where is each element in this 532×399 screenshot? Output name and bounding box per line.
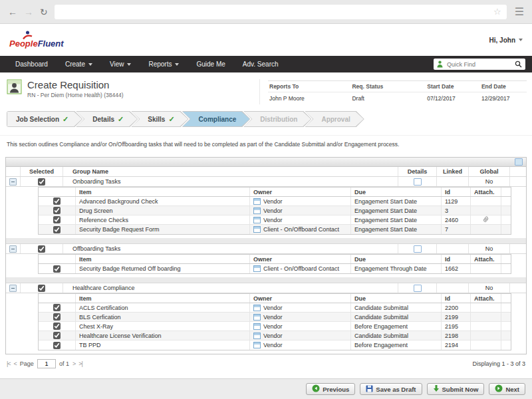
item-checkbox[interactable] xyxy=(53,216,61,223)
previous-button[interactable]: Previous xyxy=(306,383,355,395)
item-owner-cell: Client - On/Offboard Contact xyxy=(250,264,351,273)
first-page-button[interactable]: |< xyxy=(7,360,11,367)
item-trail-cell xyxy=(501,206,511,215)
step-compliance[interactable]: Compliance xyxy=(182,111,251,127)
search-icon[interactable] xyxy=(515,59,522,70)
item-checkbox[interactable] xyxy=(53,198,61,205)
item-checkbox[interactable] xyxy=(53,342,61,349)
item-name: Chest X-Ray xyxy=(79,323,113,330)
details-checkbox-icon[interactable] xyxy=(414,178,422,186)
item-id-cell: 7 xyxy=(442,225,471,234)
calendar-icon[interactable] xyxy=(253,265,261,272)
url-bar[interactable]: ☆ xyxy=(55,5,507,19)
item-header-trail xyxy=(501,255,511,263)
item-name: Reference Checks xyxy=(79,217,128,223)
item-name: Advanced Background Check xyxy=(79,198,158,205)
group-checkbox[interactable] xyxy=(38,285,45,292)
page-input[interactable] xyxy=(37,359,56,368)
item-selected-cell xyxy=(39,215,76,224)
forward-icon[interactable]: → xyxy=(24,7,33,17)
quick-find[interactable] xyxy=(434,59,525,70)
footer-bar: Previous Save as Draft Submit Now Next xyxy=(0,378,532,399)
collapse-toggle-icon[interactable] xyxy=(9,285,17,292)
step-label: Job Selection xyxy=(16,116,59,123)
step-approval[interactable]: Approval xyxy=(305,111,364,127)
item-owner-cell: Vendor xyxy=(250,197,351,205)
item-id: 3 xyxy=(445,207,448,214)
quick-find-input[interactable] xyxy=(446,61,512,68)
item-trail-cell xyxy=(501,322,511,331)
step-label: Approval xyxy=(321,116,350,123)
back-icon[interactable]: ← xyxy=(8,7,17,17)
details-checkbox-icon[interactable] xyxy=(414,245,422,253)
step-distribution[interactable]: Distribution xyxy=(243,111,311,127)
page-of-label: of 1 xyxy=(59,360,69,367)
calendar-icon[interactable] xyxy=(253,217,261,223)
nav-label: Create xyxy=(65,61,85,68)
table-toolbar xyxy=(6,158,526,167)
brand-text-fluent: Fluent xyxy=(38,39,64,49)
item-row: Healthcare License VerificationVendorCan… xyxy=(39,331,511,340)
nav-dashboard[interactable]: Dashboard xyxy=(7,56,57,72)
group-checkbox[interactable] xyxy=(38,245,45,253)
calendar-icon[interactable] xyxy=(253,314,261,321)
last-page-button[interactable]: >| xyxy=(78,360,82,367)
nav-create[interactable]: Create xyxy=(57,56,101,72)
nav-label: Guide Me xyxy=(196,61,225,68)
item-due-cell: Engagement Start Date xyxy=(351,215,442,224)
nav-view[interactable]: View xyxy=(101,56,140,72)
requisition-info: Reports To Req. Status Start Date End Da… xyxy=(259,79,527,104)
save-icon xyxy=(366,385,373,394)
next-button[interactable]: Next xyxy=(489,383,525,395)
group-global-cell: No xyxy=(469,177,510,186)
item-row: Chest X-RayVendorBefore Engagement2195 xyxy=(39,322,511,331)
user-menu[interactable]: Hi, John xyxy=(489,37,523,44)
item-checkbox[interactable] xyxy=(53,304,61,311)
nav-adv-search[interactable]: Adv. Search xyxy=(234,56,287,72)
browser-menu-icon[interactable]: ☰ xyxy=(515,5,524,18)
item-due: Engagement Start Date xyxy=(354,198,417,205)
collapse-all-icon[interactable] xyxy=(515,158,523,166)
item-selected-cell xyxy=(39,197,76,205)
url-input[interactable] xyxy=(60,7,493,16)
nav-guide-me[interactable]: Guide Me xyxy=(188,56,233,72)
collapse-toggle-icon[interactable] xyxy=(9,178,17,186)
collapse-toggle-icon[interactable] xyxy=(9,245,17,253)
item-header-due: Due xyxy=(351,294,442,303)
nav-reports[interactable]: Reports xyxy=(140,56,188,72)
submit-now-button[interactable]: Submit Now xyxy=(427,383,485,395)
item-attach-cell xyxy=(471,303,501,312)
item-checkbox[interactable] xyxy=(53,323,61,330)
calendar-icon[interactable] xyxy=(253,305,261,311)
next-page-button[interactable]: > xyxy=(72,360,75,367)
step-job-selection[interactable]: Job Selection✓ xyxy=(7,111,82,127)
prev-page-button[interactable]: < xyxy=(14,360,17,367)
step-details[interactable]: Details✓ xyxy=(76,111,138,127)
info-value-end-date: 12/29/2017 xyxy=(480,92,527,104)
item-header-owner: Owner xyxy=(250,294,351,303)
item-checkbox[interactable] xyxy=(53,313,61,321)
item-checkbox[interactable] xyxy=(53,332,61,339)
details-checkbox-icon[interactable] xyxy=(414,285,422,292)
item-checkbox[interactable] xyxy=(53,226,61,233)
refresh-icon[interactable]: ↻ xyxy=(40,7,48,17)
item-checkbox[interactable] xyxy=(53,207,61,214)
item-owner: Vendor xyxy=(263,305,283,311)
calendar-icon[interactable] xyxy=(253,226,261,233)
group-checkbox[interactable] xyxy=(38,178,45,186)
item-selected-cell xyxy=(39,313,76,321)
item-table: ItemOwnerDueIdAttach.ACLS CertificationV… xyxy=(38,293,511,350)
info-label-req-status: Req. Status xyxy=(350,80,426,92)
calendar-icon[interactable] xyxy=(253,198,261,205)
nav-label: Reports xyxy=(148,61,172,68)
save-as-draft-button[interactable]: Save as Draft xyxy=(360,383,422,395)
calendar-icon[interactable] xyxy=(253,342,261,348)
calendar-icon[interactable] xyxy=(253,323,261,330)
step-skills[interactable]: Skills✓ xyxy=(131,111,188,127)
calendar-icon[interactable] xyxy=(253,207,261,214)
item-trail-cell xyxy=(501,340,511,350)
calendar-icon[interactable] xyxy=(253,332,261,339)
item-checkbox[interactable] xyxy=(53,265,61,273)
bookmark-star-icon[interactable]: ☆ xyxy=(493,7,501,17)
attachment-paperclip-icon[interactable] xyxy=(483,215,489,224)
